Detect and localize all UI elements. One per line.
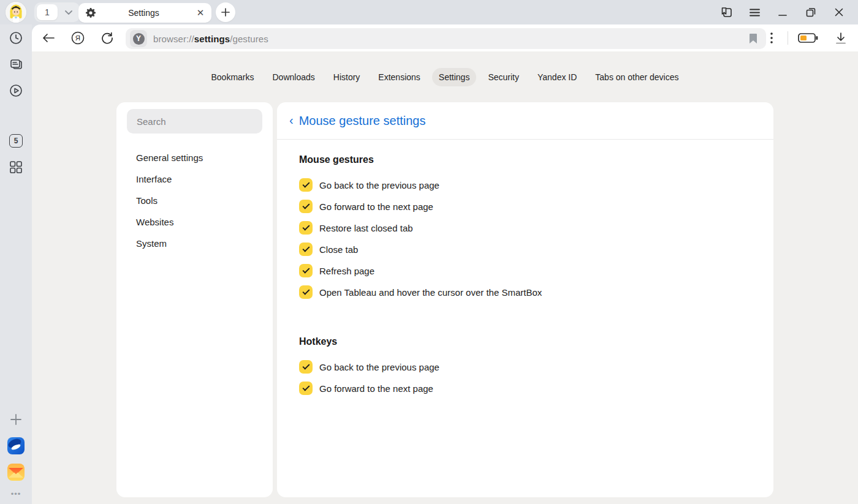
bookmark-flag-icon[interactable]	[749, 33, 757, 44]
checkbox-checked-icon[interactable]	[299, 221, 313, 235]
section-title-hotkeys: Hotkeys	[299, 336, 751, 347]
back-arrow-icon[interactable]	[37, 27, 59, 49]
page-title: Mouse gesture settings	[299, 114, 426, 128]
new-tab-button[interactable]	[216, 2, 235, 22]
toolbar-right-group	[759, 27, 858, 49]
more-dots-icon[interactable]: •••	[0, 483, 32, 504]
nav-tab-downloads[interactable]: Downloads	[266, 68, 322, 86]
checkbox-checked-icon[interactable]	[299, 243, 313, 256]
maximize-restore-icon[interactable]	[797, 0, 825, 24]
history-clock-icon[interactable]	[0, 27, 32, 49]
left-sidebar-rail: 5 •••	[0, 24, 32, 504]
downloads-icon[interactable]	[824, 27, 858, 49]
nav-tab-other-devices[interactable]: Tabs on other devices	[588, 68, 685, 86]
toolbar-divider	[788, 31, 788, 45]
nav-tab-extensions[interactable]: Extensions	[371, 68, 427, 86]
battery-icon[interactable]	[792, 27, 824, 49]
feed-pages-icon[interactable]	[0, 53, 32, 75]
menu-hamburger-icon[interactable]	[740, 0, 769, 24]
profile-avatar[interactable]	[6, 2, 26, 23]
yandex-logo-icon: Y	[133, 33, 145, 45]
nav-tab-yandex-id[interactable]: Yandex ID	[531, 68, 583, 86]
nav-tab-bookmarks[interactable]: Bookmarks	[204, 68, 260, 86]
address-bar[interactable]: Y browser://settings/gestures	[126, 28, 766, 49]
plus-icon	[221, 8, 230, 17]
tab-bar: 1 Settings ✕	[0, 0, 858, 24]
url-path: /gestures	[230, 34, 268, 44]
search-input[interactable]	[127, 109, 262, 134]
reload-icon[interactable]	[96, 27, 118, 49]
checkbox-checked-icon[interactable]	[299, 382, 313, 395]
sidebar-item-websites[interactable]: Websites	[127, 211, 262, 233]
checkbox-checked-icon[interactable]	[299, 264, 313, 277]
gesture-option-row[interactable]: Open Tableau and hover the cursor over t…	[299, 285, 751, 299]
checkbox-checked-icon[interactable]	[299, 178, 313, 192]
bookmarks-panel-icon[interactable]	[712, 0, 740, 24]
tab-settings[interactable]: Settings ✕	[78, 3, 211, 23]
sidebar-item-general[interactable]: General settings	[127, 147, 262, 168]
window-controls	[712, 0, 853, 24]
nav-tab-settings[interactable]: Settings	[432, 68, 477, 86]
tab-title: Settings	[96, 8, 192, 18]
checkbox-checked-icon[interactable]	[299, 285, 313, 299]
svg-text:Я: Я	[75, 34, 80, 42]
toolbar: Я Y browser://settings/gestures	[32, 24, 858, 51]
tab-count-badge[interactable]: 5	[0, 130, 32, 152]
back-to-settings[interactable]: ‹ Mouse gesture settings	[277, 102, 773, 140]
sidebar-item-interface[interactable]: Interface	[127, 168, 262, 190]
more-menu-icon[interactable]	[759, 27, 784, 49]
gesture-option-row[interactable]: Go forward to the next page	[299, 200, 751, 213]
gesture-option-row[interactable]: Refresh page	[299, 264, 751, 277]
gear-icon	[86, 8, 96, 18]
url-scheme: browser://	[153, 34, 194, 44]
apps-grid-icon[interactable]	[0, 156, 32, 178]
sidebar-item-tools[interactable]: Tools	[127, 190, 262, 211]
tab-counter[interactable]: 1	[37, 4, 58, 20]
add-plus-icon[interactable]	[0, 408, 32, 431]
close-window-icon[interactable]	[825, 0, 853, 24]
browser-window: 1 Settings ✕	[0, 0, 858, 504]
settings-page: Bookmarks Downloads History Extensions S…	[32, 51, 858, 504]
url-text[interactable]: browser://settings/gestures	[153, 34, 268, 44]
chevron-down-icon[interactable]	[58, 10, 80, 15]
video-play-icon[interactable]	[0, 80, 32, 102]
back-chevron-icon[interactable]: ‹	[289, 113, 294, 127]
gesture-option-row[interactable]: Restore last closed tab	[299, 221, 751, 235]
gesture-option-row[interactable]: Go back to the previous page	[299, 178, 751, 192]
minimize-icon[interactable]	[769, 0, 797, 24]
url-host: settings	[194, 34, 230, 44]
gesture-option-row[interactable]: Close tab	[299, 243, 751, 256]
tab-close-icon[interactable]: ✕	[192, 4, 209, 21]
section-title-mouse-gestures: Mouse gestures	[299, 154, 751, 165]
nav-tab-history[interactable]: History	[327, 68, 367, 86]
yandex-browser-icon[interactable]	[0, 435, 32, 457]
sidebar-item-system[interactable]: System	[127, 233, 262, 254]
gesture-settings-panel: ‹ Mouse gesture settings Mouse gestures …	[277, 102, 773, 497]
settings-sidebar: General settings Interface Tools Website…	[116, 102, 273, 497]
checkbox-checked-icon[interactable]	[299, 200, 313, 213]
nav-tab-security[interactable]: Security	[481, 68, 526, 86]
yandex-mail-icon[interactable]	[0, 461, 32, 483]
tab-counter-group[interactable]: 1	[34, 2, 80, 22]
settings-category-list: General settings Interface Tools Website…	[127, 147, 262, 254]
hotkey-option-row[interactable]: Go forward to the next page	[299, 382, 751, 395]
checkbox-checked-icon[interactable]	[299, 360, 313, 374]
site-favicon: Y	[130, 30, 147, 47]
settings-nav-tabs: Bookmarks Downloads History Extensions S…	[32, 51, 858, 102]
avatar-girl-icon	[6, 2, 26, 23]
hotkey-option-row[interactable]: Go back to the previous page	[299, 360, 751, 374]
yandex-search-icon[interactable]: Я	[67, 27, 89, 49]
gesture-settings-body: Mouse gestures Go back to the previous p…	[277, 140, 773, 395]
